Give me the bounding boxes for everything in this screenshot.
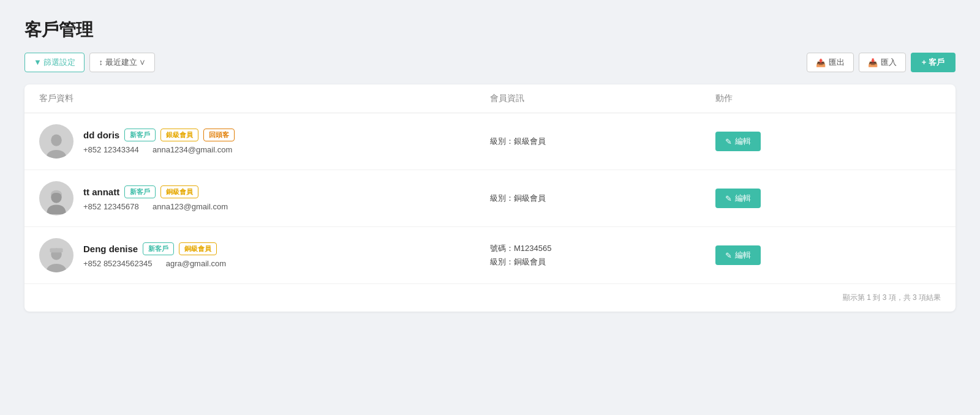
customer-name: dd doris [83,130,119,140]
pagination-info: 顯示第 1 到 3 項，共 3 項結果 [843,293,941,302]
customer-name-row: tt annatt 新客戶銅級會員 [83,185,228,198]
edit-button[interactable]: ✎ 編輯 [715,189,761,208]
table-row: Deng denise 新客戶銅級會員 +852 85234562345 agr… [24,227,956,283]
export-label: 匯出 [829,57,845,68]
edit-icon: ✎ [725,137,732,146]
member-info-cell: 級別：銅級會員 [490,193,715,204]
badge: 新客戶 [124,185,156,198]
import-label: 匯入 [881,57,897,68]
badge: 銀級會員 [160,129,198,141]
customer-details: Deng denise 新客戶銅級會員 +852 85234562345 agr… [83,242,226,269]
customer-name-row: dd doris 新客戶銀級會員回頭客 [83,129,235,141]
export-icon: 📤 [816,58,826,67]
export-button[interactable]: 📤 匯出 [807,53,854,72]
edit-button[interactable]: ✎ 編輯 [715,245,761,265]
toolbar-right: 📤 匯出 📥 匯入 + 客戶 [807,53,956,72]
header-member-info: 會員資訊 [490,93,715,104]
member-level: 級別：銅級會員 [490,193,715,204]
badge: 新客戶 [124,129,156,141]
import-button[interactable]: 📥 匯入 [859,53,906,72]
member-info-cell: 級別：銀級會員 [490,136,715,147]
customer-name: Deng denise [83,244,138,254]
svg-point-4 [47,264,66,272]
customer-details: dd doris 新客戶銀級會員回頭客 +852 12343344 anna12… [83,129,235,155]
add-customer-button[interactable]: + 客戶 [911,53,956,72]
customer-info-cell: tt annatt 新客戶銅級會員 +852 12345678 anna123@… [39,181,490,215]
customer-email: anna123@gmail.com [153,202,228,211]
edit-icon: ✎ [725,194,732,203]
customer-contact: +852 85234562345 agra@gmail.com [83,258,226,269]
edit-label: 編輯 [735,193,751,204]
member-level: 級別：銀級會員 [490,136,715,147]
page-title: 客戶管理 [24,18,956,42]
customer-table-card: 客戶資料 會員資訊 動作 dd doris 新客戶銀級會員回頭客 +852 12… [24,84,956,312]
svg-point-0 [51,134,62,146]
customer-info-cell: Deng denise 新客戶銅級會員 +852 85234562345 agr… [39,238,490,272]
header-customer-info: 客戶資料 [39,93,490,104]
edit-label: 編輯 [735,250,751,261]
action-cell: ✎ 編輯 [715,189,941,208]
customer-info-cell: dd doris 新客戶銀級會員回頭客 +852 12343344 anna12… [39,124,490,159]
table-body: dd doris 新客戶銀級會員回頭客 +852 12343344 anna12… [24,113,956,283]
avatar [39,238,74,272]
sort-button[interactable]: ↕ 最近建立 ∨ [89,53,155,72]
customer-email: agra@gmail.com [166,259,226,268]
member-info-cell: 號碼：M1234565級別：銅級會員 [490,243,715,267]
svg-rect-5 [50,248,62,252]
badge: 銅級會員 [160,185,198,198]
toolbar-left: ▼ 篩選設定 ↕ 最近建立 ∨ [24,53,155,72]
customer-contact: +852 12345678 anna123@gmail.com [83,201,228,212]
customer-phone: +852 12343344 [83,145,139,154]
badge: 回頭客 [203,129,235,141]
svg-point-1 [47,150,66,159]
member-level: 級別：銅級會員 [490,256,715,267]
edit-button[interactable]: ✎ 編輯 [715,132,761,151]
import-icon: 📥 [868,58,878,67]
customer-phone: +852 85234562345 [83,259,152,268]
header-action: 動作 [715,93,941,104]
customer-name-row: Deng denise 新客戶銅級會員 [83,242,226,255]
table-row: dd doris 新客戶銀級會員回頭客 +852 12343344 anna12… [24,113,956,170]
customer-email: anna1234@gmail.com [153,145,232,154]
avatar [39,181,74,215]
toolbar: ▼ 篩選設定 ↕ 最近建立 ∨ 📤 匯出 📥 匯入 + 客戶 [24,53,956,72]
badge: 銅級會員 [179,242,217,255]
table-header: 客戶資料 會員資訊 動作 [24,84,956,113]
customer-contact: +852 12343344 anna1234@gmail.com [83,144,235,155]
table-footer: 顯示第 1 到 3 項，共 3 項結果 [24,283,956,312]
member-number: 號碼：M1234565 [490,243,715,254]
table-row: tt annatt 新客戶銅級會員 +852 12345678 anna123@… [24,170,956,227]
customer-details: tt annatt 新客戶銅級會員 +852 12345678 anna123@… [83,185,228,212]
customer-phone: +852 12345678 [83,202,139,211]
filter-button[interactable]: ▼ 篩選設定 [24,53,85,72]
avatar [39,124,74,159]
edit-icon: ✎ [725,251,732,260]
action-cell: ✎ 編輯 [715,245,941,265]
customer-name: tt annatt [83,187,119,197]
badge: 新客戶 [143,242,174,255]
action-cell: ✎ 編輯 [715,132,941,151]
edit-label: 編輯 [735,136,751,147]
